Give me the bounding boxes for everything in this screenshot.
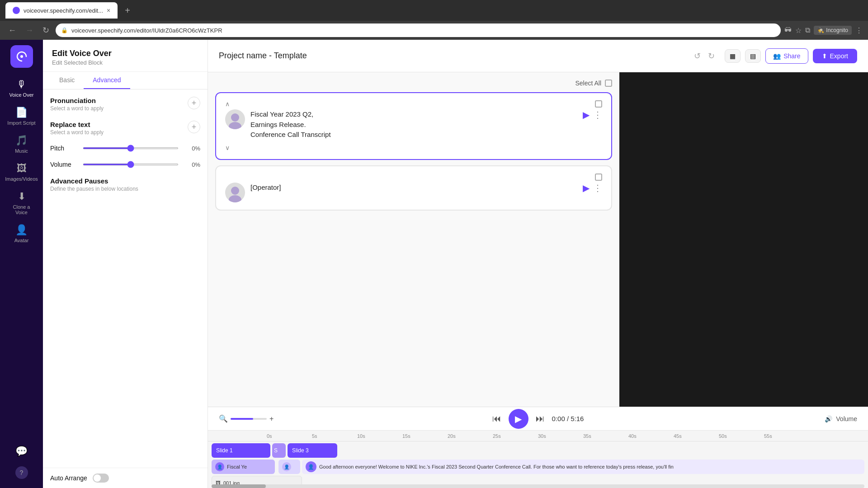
back-button[interactable]: ← — [5, 24, 19, 37]
auto-arrange-toggle[interactable] — [93, 474, 109, 483]
svg-point-4 — [229, 195, 241, 202]
pitch-value: 0% — [184, 145, 200, 152]
voice-block-label: Fiscal Ye — [227, 464, 247, 469]
export-icon: ⬆ — [822, 52, 827, 60]
block-2-more-button[interactable]: ⋮ — [593, 183, 602, 193]
pitch-slider[interactable] — [83, 147, 179, 149]
sidebar-item-label-import: Import Script — [7, 120, 35, 126]
view-button-2[interactable]: ▤ — [745, 49, 761, 63]
sidebar-item-chat[interactable]: 💬 — [2, 442, 42, 461]
ruler-mark-35: 35s — [583, 433, 628, 439]
export-button[interactable]: ⬆ Export — [813, 49, 857, 63]
ruler-mark-10: 10s — [357, 433, 402, 439]
tab-advanced[interactable]: Advanced — [84, 72, 130, 89]
header-actions: ▦ ▤ 👥 Share ⬆ Export — [725, 48, 857, 64]
pronunciation-add-button[interactable]: + — [188, 97, 200, 109]
sidebar-item-avatar[interactable]: 👤 Avatar — [2, 221, 42, 247]
forward-button[interactable]: → — [23, 24, 36, 37]
nav-actions: 🕶 ☆ ⧉ 🕵 Incognito ⋮ — [784, 26, 863, 35]
voice-track-1: 👤 Fiscal Ye 👤 👤 Good afternoon everyone!… — [212, 460, 864, 474]
ruler-mark-20: 20s — [448, 433, 493, 439]
block-1-play-button[interactable]: ▶ — [583, 109, 590, 120]
chat-icon: 💬 — [15, 446, 28, 457]
slide-1-block[interactable]: Slide 1 — [212, 443, 270, 458]
block-1-collapse-up-icon[interactable]: ∧ — [225, 100, 230, 108]
star-icon[interactable]: ☆ — [795, 26, 802, 35]
play-pause-button[interactable]: ▶ — [509, 409, 528, 429]
sidebar-item-label-avatar: Avatar — [14, 238, 29, 243]
address-bar[interactable]: 🔒 voiceover.speechify.com/editor/IUldrZ0… — [56, 23, 781, 37]
scrollbar-thumb[interactable] — [212, 484, 266, 488]
undo-button[interactable]: ↺ — [691, 49, 703, 63]
panel-header: Edit Voice Over Edit Selected Block — [43, 40, 208, 72]
timeline-scrollbar[interactable] — [212, 484, 864, 488]
fast-forward-button[interactable]: ⏭ — [536, 413, 545, 424]
import-script-icon: 📄 — [15, 107, 28, 118]
app: 🎙 Voice Over 📄 Import Script 🎵 Music 🖼 I… — [0, 40, 868, 488]
volume-label: Volume — [50, 161, 77, 168]
help-icon: ? — [15, 466, 28, 479]
timeline-controls: 🔍 + ⏮ ▶ ⏭ 0:00 / 5:16 🔊 Volume — [208, 407, 868, 431]
list-icon: ▤ — [750, 52, 756, 60]
svg-point-0 — [20, 55, 23, 58]
tab-close-icon[interactable]: × — [107, 7, 110, 14]
image-block[interactable]: 🖼 001.jpg — [212, 476, 302, 484]
menu-icon[interactable]: ⋮ — [855, 26, 863, 35]
blocks-panel: Select All ∧ — [208, 72, 619, 407]
block-1-checkbox[interactable] — [595, 100, 602, 108]
redo-button[interactable]: ↻ — [705, 49, 717, 63]
tab-basic[interactable]: Basic — [50, 72, 84, 89]
ruler-mark-5: 5s — [312, 433, 357, 439]
nav-bar: ← → ↻ 🔒 voiceover.speechify.com/editor/I… — [0, 21, 868, 40]
slide-2-block[interactable]: S — [272, 443, 286, 458]
voice-block-long[interactable]: 👤 Good afternoon everyone! Welcome to NI… — [302, 460, 864, 474]
share-icon: 👥 — [773, 52, 781, 60]
replace-text-add-button[interactable]: + — [188, 121, 200, 133]
pitch-label: Pitch — [50, 145, 77, 152]
volume-value: 0% — [184, 161, 200, 168]
rewind-button[interactable]: ⏮ — [492, 413, 501, 424]
tab-icon[interactable]: ⧉ — [805, 26, 810, 34]
incognito-button[interactable]: 🕵 Incognito — [814, 26, 852, 35]
sidebar-item-voice-over[interactable]: 🎙 Voice Over — [2, 75, 42, 101]
reload-button[interactable]: ↻ — [40, 23, 52, 37]
sidebar-item-clone-voice[interactable]: ⬇ Clone a Voice — [2, 187, 42, 219]
new-tab-button[interactable]: + — [121, 4, 134, 18]
block-1-more-button[interactable]: ⋮ — [593, 109, 602, 120]
volume-slider[interactable] — [83, 164, 179, 165]
zoom-in-icon[interactable]: + — [269, 415, 274, 423]
sidebar-item-help[interactable]: ? — [2, 463, 42, 483]
sidebar-item-import-script[interactable]: 📄 Import Script — [2, 103, 42, 129]
sidebar: 🎙 Voice Over 📄 Import Script 🎵 Music 🖼 I… — [0, 40, 43, 488]
voice-block-2-avatar: 👤 — [282, 462, 291, 471]
ruler-mark-15: 15s — [402, 433, 448, 439]
sidebar-item-label-voice-over: Voice Over — [9, 92, 34, 98]
browser-tab[interactable]: voiceover.speechify.com/edit... × — [5, 2, 118, 19]
auto-arrange: Auto Arrange — [43, 468, 208, 488]
sidebar-item-images-videos[interactable]: 🖼 Images/Videos — [2, 159, 42, 185]
zoom-out-icon[interactable]: 🔍 — [219, 414, 228, 423]
panel-tabs: Basic Advanced — [43, 72, 208, 89]
pronunciation-section: Pronunciation Select a word to apply + — [50, 97, 200, 112]
advanced-pauses-section: Advanced Pauses Define the pauses in bel… — [50, 177, 200, 192]
clone-voice-icon: ⬇ — [18, 191, 26, 202]
block-2-checkbox[interactable] — [595, 174, 602, 181]
undo-redo: ↺ ↻ — [691, 49, 717, 63]
view-button-1[interactable]: ▦ — [725, 49, 741, 63]
favicon — [13, 7, 20, 14]
voice-block-fiscal[interactable]: 👤 Fiscal Ye — [212, 460, 275, 474]
sidebar-item-label-music: Music — [15, 148, 28, 154]
slide-3-block[interactable]: Slide 3 — [288, 443, 337, 458]
timeline-ruler: 0s 5s 10s 15s 20s 25s 30s 35s 40s 45s 50… — [208, 431, 868, 441]
ruler-mark-55: 55s — [764, 433, 809, 439]
edit-panel: Edit Voice Over Edit Selected Block Basi… — [43, 40, 208, 488]
music-icon: 🎵 — [15, 135, 28, 146]
voice-block-2[interactable]: 👤 — [278, 460, 300, 474]
block-2-play-button[interactable]: ▶ — [583, 183, 590, 193]
share-button[interactable]: 👥 Share — [765, 48, 808, 64]
panel-title: Edit Voice Over — [52, 49, 198, 58]
sidebar-item-music[interactable]: 🎵 Music — [2, 131, 42, 157]
block-1-collapse-down-icon[interactable]: ∨ — [225, 144, 230, 151]
select-all-checkbox[interactable] — [605, 80, 612, 87]
advanced-pauses-sublabel: Define the pauses in below locations — [50, 186, 200, 192]
